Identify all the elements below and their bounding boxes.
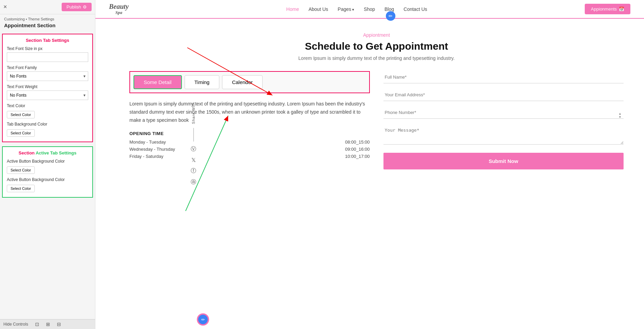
tab-timing[interactable]: Timing <box>185 75 219 89</box>
section-subtitle: Appiontment <box>129 32 624 38</box>
nav-blog[interactable]: Blog <box>384 6 394 12</box>
tab-some-detail[interactable]: Some Detail <box>133 75 182 89</box>
panel-topbar: × Publish ⚙ <box>0 0 95 14</box>
tab-content: Lorem Ipsum is simply dummy text of the … <box>129 100 370 124</box>
pencil-icon-fab: ✏ <box>201 317 205 322</box>
left-panel: × Publish ⚙ Customizing • Theme Settings… <box>0 0 95 329</box>
nav-shop[interactable]: Shop <box>364 6 375 12</box>
tab-bg-color-select-button[interactable]: Select Color <box>7 129 35 137</box>
nav-about[interactable]: About Us <box>309 6 328 12</box>
text-font-size-label: Text Font Size in px <box>7 46 88 51</box>
tab-calendor[interactable]: Calendor <box>222 75 263 89</box>
tabs-container: Some Detail Timing Calendor <box>129 71 370 93</box>
tab-bg-color-label: Tab Background Color <box>7 122 88 127</box>
hide-controls-label: Hide Controls <box>3 322 28 327</box>
tabs-area: Some Detail Timing Calendor Lorem Ipsum … <box>129 71 370 169</box>
phone-wrapper: ▲ ▼ <box>383 106 624 124</box>
text-font-family-label: Text Font Family <box>7 65 88 70</box>
message-textarea[interactable] <box>383 124 624 145</box>
appointments-button[interactable]: Appionments 📅 <box>585 4 630 14</box>
section-desc: Lorem Ipsum is simply dummy text of the … <box>129 55 624 61</box>
section-tab-settings-label: Section Tab Settings <box>7 38 88 43</box>
instagram-icon[interactable]: Ⓥ <box>191 146 196 153</box>
section-active-tab-settings-label: Section Active Tab Settings <box>7 150 88 155</box>
share-sidebar: Share With Ⓥ 𝕏 ⓕ ⓐ <box>191 102 196 186</box>
active-btn-bg-color-label-1: Active Button Background Color <box>7 159 88 164</box>
hide-icon-3[interactable]: ⊟ <box>57 322 61 327</box>
active-btn-bg-color-button-2[interactable]: Select Color <box>7 185 35 192</box>
text-font-weight-select[interactable]: No Fonts <box>7 91 88 100</box>
time-row-2: Wednesday - Thursday 09:00_16:00 <box>129 147 370 152</box>
nav-home[interactable]: Home <box>286 6 299 12</box>
share-divider <box>193 128 194 142</box>
navbar-logo: Beauty Spa <box>109 3 129 15</box>
text-color-label: Text Color <box>7 103 88 108</box>
hide-icon-2[interactable]: ⊞ <box>46 322 50 327</box>
close-button[interactable]: × <box>3 3 7 11</box>
section-active-tab-settings-box: Section Active Tab Settings Active Butto… <box>2 146 93 198</box>
breadcrumb: Customizing • Theme Settings <box>0 14 95 22</box>
full-name-input[interactable] <box>383 71 624 83</box>
facebook-icon[interactable]: ⓕ <box>191 167 196 175</box>
scroll-fab-button[interactable]: ✏ <box>197 313 209 326</box>
section-tab-settings-box: Section Tab Settings Text Font Size in p… <box>2 34 93 142</box>
edit-pencil-icon[interactable]: ✏ <box>386 11 395 21</box>
share-label: Share With <box>191 102 195 124</box>
hide-controls-bar: Hide Controls ⊡ ⊞ ⊟ <box>0 319 95 329</box>
text-font-family-select[interactable]: No Fonts <box>7 71 88 81</box>
main-area: Beauty Spa Home About Us Pages Shop Blog… <box>95 0 644 329</box>
text-font-size-input[interactable] <box>7 52 88 62</box>
time-row-1: Monday - Tuesday 08:00_15:00 <box>129 139 370 145</box>
email-input[interactable] <box>383 89 624 101</box>
navbar-nav: Home About Us Pages Shop Blog Contact Us <box>286 6 427 12</box>
gear-icon: ⚙ <box>83 4 87 10</box>
active-btn-bg-color-label-2: Active Button Background Color <box>7 177 88 182</box>
linkedin-icon[interactable]: ⓐ <box>191 179 196 186</box>
nav-pages[interactable]: Pages <box>338 6 355 12</box>
time-row-3: Friday - Saturday 10:00_17:00 <box>129 154 370 159</box>
phone-input[interactable] <box>383 106 624 119</box>
submit-button[interactable]: Submit Now <box>383 153 624 169</box>
main-section: Appiontment Schedule to Get Appointment … <box>95 19 644 183</box>
phone-arrows: ▲ ▼ <box>618 112 622 119</box>
hide-icon-1[interactable]: ⊡ <box>35 322 39 327</box>
calendar-icon: 📅 <box>619 6 624 12</box>
panel-title: Appointment Section <box>0 22 95 32</box>
section-heading: Schedule to Get Appointment <box>129 40 624 52</box>
form-area: ▲ ▼ Submit Now <box>383 71 624 169</box>
text-color-select-button[interactable]: Select Color <box>7 111 35 118</box>
publish-button[interactable]: Publish ⚙ <box>62 3 92 11</box>
text-font-weight-label: Text Font Weight <box>7 84 88 89</box>
nav-contact[interactable]: Contact Us <box>404 6 427 12</box>
active-btn-bg-color-button-1[interactable]: Select Color <box>7 166 35 174</box>
opening-time-title: OPENING TIME <box>129 131 370 136</box>
twitter-icon[interactable]: 𝕏 <box>191 157 196 163</box>
navbar: Beauty Spa Home About Us Pages Shop Blog… <box>95 0 644 19</box>
